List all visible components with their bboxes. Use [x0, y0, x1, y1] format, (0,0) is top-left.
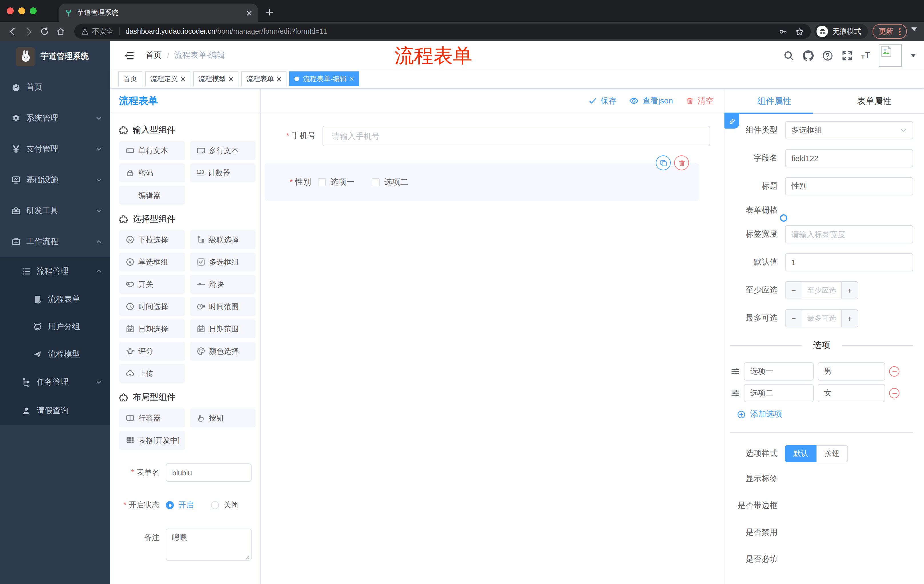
tag-home[interactable]: 首页: [118, 71, 142, 86]
style-default-button[interactable]: 默认: [785, 445, 817, 462]
drag-handle-icon[interactable]: [731, 367, 740, 376]
palette-item-time-picker[interactable]: 时间选择: [119, 297, 185, 316]
palette-item-rate[interactable]: 评分: [119, 342, 185, 360]
password-key-icon[interactable]: [779, 27, 787, 36]
breadcrumb-home[interactable]: 首页: [146, 50, 162, 61]
duplicate-component-button[interactable]: [656, 155, 671, 170]
stepper-decrease-button[interactable]: −: [785, 310, 802, 327]
palette-item-checkbox-group[interactable]: 多选框组: [190, 253, 256, 271]
palette-item-counter[interactable]: 123 计数器: [190, 163, 256, 182]
tab-close-icon[interactable]: [246, 10, 252, 16]
option-1-label-input[interactable]: [744, 362, 813, 380]
tab-form-props[interactable]: 表单属性: [824, 89, 924, 113]
save-button[interactable]: 保存: [589, 96, 617, 106]
stepper-decrease-button[interactable]: −: [785, 282, 802, 299]
palette-item-row-container[interactable]: 行容器: [119, 409, 185, 428]
remark-textarea[interactable]: 嘿嘿: [166, 528, 252, 561]
status-on-label[interactable]: 开启: [178, 500, 194, 510]
window-controls[interactable]: [7, 7, 36, 14]
tag-process-definition[interactable]: 流程定义: [145, 71, 190, 86]
home-button[interactable]: [53, 23, 69, 39]
close-window-button[interactable]: [7, 7, 14, 14]
palette-item-multi-line-text[interactable]: 多行文本: [190, 141, 256, 160]
stepper-increase-button[interactable]: +: [841, 282, 858, 299]
checkbox-unchecked[interactable]: [372, 178, 380, 186]
help-icon[interactable]: [822, 50, 833, 61]
tag-close-icon[interactable]: [181, 77, 185, 81]
github-icon[interactable]: [803, 50, 813, 61]
palette-item-date-picker[interactable]: 日期选择: [119, 319, 185, 338]
tag-close-icon[interactable]: [229, 77, 233, 81]
panel-collapse-handle[interactable]: [724, 114, 739, 128]
font-size-icon[interactable]: TT: [861, 51, 870, 60]
max-select-input[interactable]: [802, 310, 841, 327]
palette-item-single-line-text[interactable]: 单行文本: [119, 141, 185, 160]
status-on-radio[interactable]: [166, 501, 174, 509]
delete-component-button[interactable]: [674, 155, 689, 170]
form-name-input[interactable]: [166, 464, 252, 482]
style-button-button[interactable]: 按钮: [817, 445, 848, 462]
phone-input[interactable]: [322, 126, 710, 146]
sidebar-item-devtools[interactable]: 研发工具: [0, 196, 111, 226]
palette-item-button[interactable]: 按钮: [190, 409, 256, 428]
browser-menu-icon[interactable]: [899, 28, 901, 35]
option-1-value-input[interactable]: [818, 362, 885, 380]
sidebar-item-process-model[interactable]: 流程模型: [0, 341, 111, 368]
sidebar-item-leave-query[interactable]: 请假查询: [0, 396, 111, 425]
palette-item-color-picker[interactable]: 颜色选择: [190, 342, 256, 360]
bookmark-star-icon[interactable]: [795, 27, 804, 36]
sidebar-item-process-form[interactable]: 流程表单: [0, 286, 111, 313]
fullscreen-icon[interactable]: [842, 50, 853, 61]
checkbox-unchecked[interactable]: [318, 178, 326, 186]
palette-item-editor[interactable]: 编辑器: [119, 186, 185, 204]
default-value-input[interactable]: [785, 253, 913, 271]
reload-button[interactable]: [36, 23, 53, 39]
selected-component-gender[interactable]: 性别 选项一 选项二: [265, 163, 699, 201]
avatar-caret-icon[interactable]: [910, 54, 916, 57]
option-2-value-input[interactable]: [818, 384, 885, 402]
forward-button[interactable]: [21, 23, 36, 39]
remove-option-button[interactable]: [889, 388, 899, 398]
view-json-button[interactable]: 查看json: [629, 96, 673, 106]
palette-item-date-range[interactable]: 日期范围: [190, 319, 256, 338]
palette-item-radio-group[interactable]: 单选框组: [119, 253, 185, 271]
palette-item-time-range[interactable]: 时间范围: [190, 297, 256, 316]
palette-item-cascader[interactable]: 级联选择: [190, 230, 256, 249]
back-button[interactable]: [5, 23, 21, 39]
label-width-input[interactable]: [785, 225, 913, 243]
tag-close-icon[interactable]: [349, 77, 354, 81]
update-button[interactable]: 更新: [873, 24, 907, 39]
palette-item-upload[interactable]: 行容器 上传: [119, 364, 185, 383]
option-2-label-input[interactable]: [744, 384, 813, 402]
app-logo-row[interactable]: 芋道管理系统: [0, 41, 111, 72]
title-input[interactable]: [785, 177, 913, 196]
palette-item-password[interactable]: 密码: [119, 163, 185, 182]
security-warning[interactable]: 不安全: [81, 26, 114, 36]
clear-button[interactable]: 清空: [686, 96, 714, 106]
sidebar-item-home[interactable]: 首页: [0, 72, 111, 103]
sidebar-item-payment[interactable]: 支付管理: [0, 134, 111, 165]
slider-handle[interactable]: [780, 214, 787, 222]
palette-item-select[interactable]: 下拉选择: [119, 230, 185, 249]
sidebar-item-infra[interactable]: 基础设施: [0, 165, 111, 196]
sidebar-item-workflow[interactable]: 工作流程: [0, 226, 111, 257]
sidebar-item-process-mgmt[interactable]: 流程管理: [0, 257, 111, 286]
zoom-window-button[interactable]: [30, 7, 36, 14]
palette-item-switch[interactable]: 开关: [119, 275, 185, 294]
status-off-radio[interactable]: [211, 501, 219, 509]
address-bar[interactable]: 不安全 dashboard.yudao.iocoder.cn /bpm/mana…: [74, 24, 811, 39]
tag-process-form[interactable]: 流程表单: [241, 71, 287, 86]
stepper-increase-button[interactable]: +: [841, 310, 858, 327]
sidebar-toggle-icon[interactable]: [124, 50, 134, 61]
sidebar-item-user-group[interactable]: 用户分组: [0, 313, 111, 341]
palette-item-slider[interactable]: 滑块: [190, 275, 256, 294]
tag-process-form-edit[interactable]: 流程表单-编辑: [289, 71, 359, 86]
remove-option-button[interactable]: [889, 366, 899, 377]
add-option-button[interactable]: 添加选项: [737, 409, 913, 419]
canvas-body[interactable]: 手机号 性别 选项一: [261, 113, 724, 584]
tag-close-icon[interactable]: [277, 77, 281, 81]
status-off-label[interactable]: 关闭: [224, 500, 239, 510]
palette-item-table[interactable]: 表格[开发中]: [119, 431, 185, 450]
new-tab-button[interactable]: [266, 4, 273, 22]
canvas-field-phone[interactable]: 手机号: [261, 126, 724, 146]
